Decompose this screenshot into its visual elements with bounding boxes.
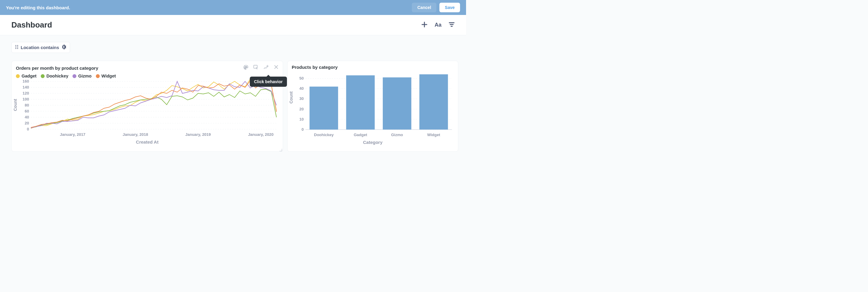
legend-dot [41, 74, 44, 78]
svg-text:Widget: Widget [427, 133, 440, 137]
location-filter-chip[interactable]: Location contains [11, 42, 70, 53]
svg-rect-46 [383, 77, 411, 130]
legend-item-doohickey[interactable]: Doohickey [41, 74, 68, 78]
resize-handle[interactable] [279, 147, 282, 151]
card-bar-chart[interactable]: Products by category Count 01020304050Do… [287, 61, 458, 152]
svg-rect-42 [309, 86, 338, 130]
title-bar: Dashboard Aa [0, 15, 466, 35]
legend-dot [16, 74, 20, 78]
svg-rect-48 [419, 74, 448, 130]
grip-icon [15, 45, 18, 50]
line-chart-plot: Count 020406080100120140160January, 2017… [16, 78, 279, 145]
add-icon[interactable] [422, 22, 427, 29]
title-actions: Aa [422, 22, 455, 29]
click-behavior-tooltip: Click behavior [250, 77, 287, 87]
y-axis-label: Count [13, 99, 18, 111]
cancel-button[interactable]: Cancel [412, 3, 436, 12]
legend-dot [96, 74, 100, 78]
bar-svg: 01020304050DoohickeyGadgetGizmoWidget [292, 70, 455, 139]
filter-chip-label: Location contains [21, 45, 59, 50]
card-title: Orders per month by product category [16, 66, 98, 71]
edit-banner-actions: Cancel Save [412, 3, 460, 12]
svg-text:20: 20 [300, 107, 304, 111]
svg-text:Gadget: Gadget [354, 133, 367, 137]
card-header: Orders per month by product category [16, 65, 279, 71]
cards-row: Orders per month by product category [11, 61, 455, 152]
svg-text:50: 50 [300, 76, 304, 80]
svg-text:0: 0 [27, 127, 29, 131]
filter-icon[interactable] [449, 22, 455, 29]
palette-icon[interactable] [243, 65, 249, 71]
svg-text:80: 80 [25, 103, 29, 107]
legend-item-widget[interactable]: Widget [96, 74, 116, 78]
edit-banner: You're editing this dashboard. Cancel Sa… [0, 0, 466, 15]
svg-text:January, 2017: January, 2017 [60, 132, 85, 137]
svg-text:60: 60 [25, 109, 29, 113]
save-button[interactable]: Save [439, 3, 460, 12]
svg-point-2 [16, 47, 17, 47]
line-svg: 020406080100120140160January, 2017Januar… [16, 78, 279, 138]
svg-point-5 [18, 48, 18, 49]
svg-point-0 [16, 45, 17, 46]
svg-text:40: 40 [300, 86, 304, 90]
svg-text:Gizmo: Gizmo [391, 133, 403, 137]
svg-text:160: 160 [23, 79, 29, 83]
legend-label: Gizmo [78, 74, 91, 78]
legend-label: Gadget [22, 74, 36, 78]
edit-banner-text: You're editing this dashboard. [6, 5, 70, 10]
card-tools [243, 65, 279, 71]
svg-text:100: 100 [23, 97, 29, 101]
legend-label: Doohickey [46, 74, 68, 78]
x-axis-label: Created At [16, 139, 279, 145]
svg-point-3 [18, 47, 18, 47]
add-series-icon[interactable] [264, 65, 269, 71]
svg-text:January, 2019: January, 2019 [185, 132, 211, 137]
bar-chart-plot: Count 01020304050DoohickeyGadgetGizmoWid… [292, 70, 454, 145]
gear-icon[interactable] [61, 45, 66, 50]
y-axis-label: Count [289, 92, 293, 104]
legend-item-gadget[interactable]: Gadget [16, 74, 36, 78]
svg-text:0: 0 [302, 127, 304, 132]
click-behavior-icon[interactable] [253, 65, 259, 71]
svg-text:120: 120 [23, 91, 29, 96]
svg-text:January, 2020: January, 2020 [248, 132, 274, 137]
svg-text:140: 140 [23, 85, 29, 89]
legend-dot [72, 74, 76, 78]
svg-point-1 [18, 45, 18, 46]
content-area: Location contains Orders per month by pr… [0, 35, 466, 158]
svg-rect-44 [346, 75, 375, 130]
card-header: Products by category [292, 65, 454, 70]
svg-text:January, 2018: January, 2018 [123, 132, 148, 137]
svg-text:30: 30 [300, 96, 304, 101]
page-title: Dashboard [11, 20, 52, 30]
svg-text:20: 20 [25, 121, 29, 125]
svg-text:Doohickey: Doohickey [314, 133, 334, 137]
svg-text:40: 40 [25, 115, 29, 119]
svg-text:10: 10 [300, 117, 304, 121]
legend: Gadget Doohickey Gizmo Widget [16, 74, 279, 78]
svg-point-4 [16, 48, 17, 49]
x-axis-label: Category [292, 140, 454, 145]
tooltip-text: Click behavior [254, 79, 283, 84]
text-style-icon[interactable]: Aa [435, 22, 441, 28]
legend-label: Widget [101, 74, 116, 78]
close-icon[interactable] [274, 65, 279, 71]
legend-item-gizmo[interactable]: Gizmo [72, 74, 91, 78]
card-line-chart[interactable]: Orders per month by product category [11, 61, 283, 152]
card-title: Products by category [292, 65, 338, 70]
